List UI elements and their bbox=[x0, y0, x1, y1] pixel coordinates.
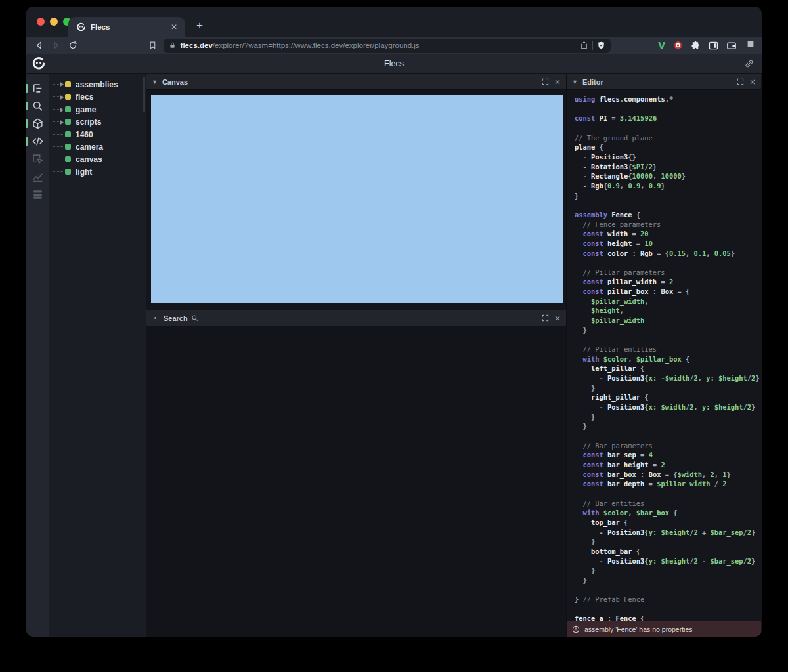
code-line: - Rotation3{$PI/2} bbox=[575, 162, 761, 172]
code-line: const height = 10 bbox=[575, 239, 761, 249]
tree-item-1460[interactable]: 1460 bbox=[49, 128, 146, 140]
code-line: top_bar { bbox=[575, 518, 761, 528]
canvas-panel-title: Canvas bbox=[162, 78, 188, 86]
browser-tab[interactable]: Flecs ✕ bbox=[68, 17, 185, 37]
rows-icon bbox=[32, 189, 43, 200]
url-bar[interactable]: flecs.dev /explorer/?wasm=https://www.fl… bbox=[164, 39, 611, 52]
chevron-right-icon[interactable]: ▶ bbox=[53, 106, 65, 112]
new-tab-button[interactable]: + bbox=[192, 18, 208, 34]
lock-icon bbox=[169, 41, 176, 49]
tab-close-icon[interactable]: ✕ bbox=[168, 22, 180, 32]
code-line: // The ground plane bbox=[575, 133, 761, 143]
center-column: ▼ Canvas Search bbox=[146, 74, 566, 637]
code-line: const bar_height = 2 bbox=[575, 460, 761, 470]
code-line: const bar_depth = $pillar_width / 2 bbox=[575, 479, 761, 489]
code-line: bottom_bar { bbox=[575, 547, 761, 556]
bookmark-icon[interactable] bbox=[146, 39, 160, 51]
chart-icon bbox=[32, 171, 43, 182]
rail-item-chart[interactable] bbox=[26, 168, 49, 186]
extension-icons: V bbox=[658, 40, 737, 51]
tree-item-flecs[interactable]: ▶flecs bbox=[49, 91, 146, 103]
code-line: } bbox=[575, 326, 761, 335]
permalink-icon[interactable] bbox=[745, 59, 754, 68]
code-line: const bar_box : Box = {$width, 2, 1} bbox=[575, 470, 761, 480]
brave-shield-icon[interactable] bbox=[597, 41, 605, 50]
code-editor[interactable]: using flecs.components.* const PI = 3.14… bbox=[567, 90, 761, 621]
tab-title: Flecs bbox=[91, 23, 168, 31]
wallet-icon[interactable] bbox=[726, 41, 737, 51]
code-line: // Bar entities bbox=[575, 499, 761, 509]
search-icon bbox=[191, 312, 198, 324]
code-line: plane { bbox=[575, 142, 761, 152]
search-panel-body[interactable] bbox=[146, 326, 566, 637]
rail-item-code[interactable] bbox=[26, 133, 49, 150]
rail-item-tree[interactable] bbox=[26, 79, 49, 97]
close-window-button[interactable] bbox=[37, 18, 45, 26]
close-icon[interactable] bbox=[554, 79, 561, 85]
code-line: const PI = 3.1415926 bbox=[575, 114, 761, 123]
vue-devtools-icon[interactable]: V bbox=[658, 40, 665, 51]
tree-item-assemblies[interactable]: ▶assemblies bbox=[49, 78, 146, 91]
code-line: $pillar_width, bbox=[575, 297, 761, 306]
chevron-down-icon[interactable]: ▼ bbox=[572, 79, 578, 85]
active-indicator bbox=[26, 119, 28, 128]
app-header: Flecs bbox=[26, 54, 762, 74]
code-line: } bbox=[575, 383, 761, 393]
code-line: } bbox=[575, 421, 761, 431]
active-indicator bbox=[26, 84, 28, 93]
code-line: } bbox=[575, 191, 761, 201]
code-line: - Rgb{0.9, 0.9, 0.9} bbox=[575, 181, 761, 191]
error-message: assembly 'Fence' has no properties bbox=[584, 625, 693, 633]
tree-item-camera[interactable]: camera bbox=[49, 140, 146, 153]
chevron-right-icon[interactable]: ▶ bbox=[53, 119, 65, 125]
url-host: flecs.dev bbox=[181, 41, 213, 49]
expand-icon[interactable] bbox=[542, 314, 549, 322]
code-line: left_pillar { bbox=[575, 364, 761, 373]
flecs-favicon-icon bbox=[76, 22, 86, 32]
sidebar-icon[interactable] bbox=[709, 41, 718, 51]
tree-item-label: game bbox=[76, 105, 96, 114]
code-line: fence_a : Fence { bbox=[575, 614, 761, 621]
scrollbar[interactable] bbox=[143, 77, 145, 112]
extensions-puzzle-icon[interactable] bbox=[691, 41, 701, 51]
tree-item-light[interactable]: light bbox=[49, 165, 146, 178]
window-controls bbox=[37, 18, 71, 26]
reload-icon[interactable] bbox=[66, 39, 79, 51]
red-hexagon-extension-icon[interactable] bbox=[673, 40, 683, 51]
expand-icon[interactable] bbox=[542, 78, 549, 85]
code-line: - Position3{y: $height/2 + $bar_sep/2} bbox=[575, 528, 761, 537]
rail-item-search[interactable] bbox=[26, 97, 49, 115]
share-icon[interactable] bbox=[580, 41, 588, 50]
scene-canvas[interactable] bbox=[151, 94, 563, 303]
back-icon[interactable] bbox=[33, 39, 46, 51]
code-line bbox=[575, 123, 761, 133]
flecs-logo-icon[interactable] bbox=[32, 56, 46, 71]
cube-icon bbox=[32, 118, 43, 129]
divider bbox=[592, 41, 593, 50]
tree-item-scripts[interactable]: ▶scripts bbox=[49, 116, 146, 128]
rail-item-rows[interactable] bbox=[26, 186, 49, 203]
expand-icon[interactable] bbox=[737, 78, 744, 85]
search-icon bbox=[32, 100, 43, 112]
code-icon bbox=[32, 136, 43, 147]
chevron-right-icon[interactable]: ▶ bbox=[53, 81, 65, 87]
minimize-window-button[interactable] bbox=[50, 18, 58, 26]
tree-icon bbox=[32, 83, 43, 94]
entity-type-square bbox=[65, 106, 71, 112]
entity-type-square bbox=[65, 169, 71, 175]
code-line: with $color, $pillar_box { bbox=[575, 354, 761, 364]
menu-icon[interactable] bbox=[746, 39, 755, 51]
code-line bbox=[575, 335, 761, 345]
rail-item-cube[interactable] bbox=[26, 115, 49, 133]
tree-item-canvas[interactable]: canvas bbox=[49, 153, 146, 165]
collapsed-dot-icon[interactable] bbox=[154, 317, 156, 319]
error-bar: assembly 'Fence' has no properties bbox=[567, 621, 761, 637]
tree-connector bbox=[53, 146, 65, 147]
chevron-right-icon[interactable]: ▶ bbox=[53, 94, 65, 100]
rail-item-inspect[interactable] bbox=[26, 150, 49, 168]
tree-item-game[interactable]: ▶game bbox=[49, 103, 146, 116]
chevron-down-icon[interactable]: ▼ bbox=[152, 79, 158, 85]
close-icon[interactable] bbox=[554, 315, 561, 322]
close-icon[interactable] bbox=[749, 79, 756, 85]
tree-connector bbox=[53, 159, 65, 159]
